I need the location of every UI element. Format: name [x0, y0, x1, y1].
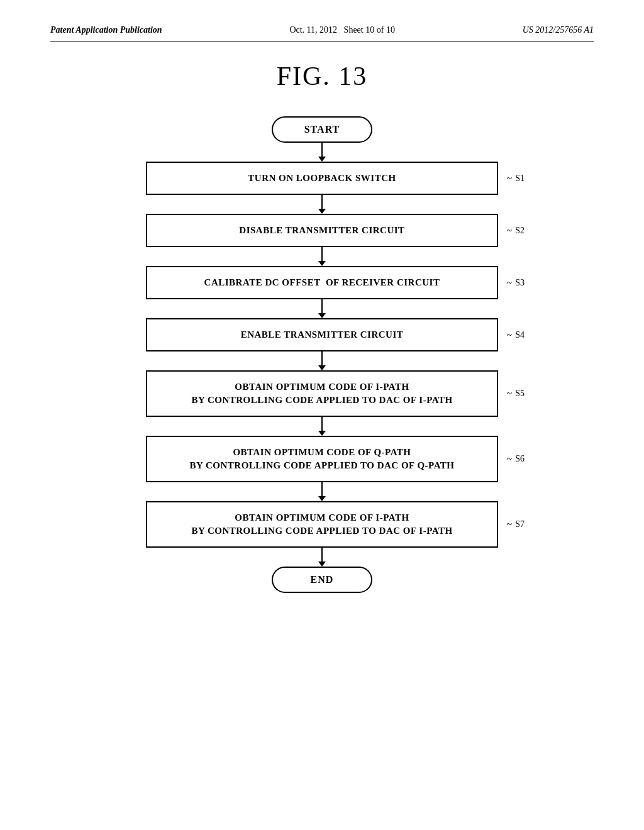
step-s1-box: TURN ON LOOPBACK SWITCH [146, 162, 498, 195]
step-s1-text: TURN ON LOOPBACK SWITCH [248, 173, 396, 183]
step-s6-label: ~ S6 [507, 453, 525, 465]
step-row-s3: CALIBRATE DC OFFSET OF RECEIVER CIRCUIT … [50, 266, 594, 299]
step-s6-box: OBTAIN OPTIMUM CODE OF Q-PATH BY CONTROL… [146, 436, 498, 482]
arrow-6 [318, 417, 326, 436]
arrow-5 [318, 351, 326, 370]
start-oval: START [272, 116, 373, 143]
tilde-s2: ~ [507, 225, 513, 236]
step-s4-box: ENABLE TRANSMITTER CIRCUIT [146, 318, 498, 351]
step-s2-text: DISABLE TRANSMITTER CIRCUIT [239, 225, 404, 235]
arrow-3 [318, 247, 326, 266]
step-s5-box: OBTAIN OPTIMUM CODE OF I-PATH BY CONTROL… [146, 370, 498, 417]
arrow-7 [318, 482, 326, 501]
step-s2-box: DISABLE TRANSMITTER CIRCUIT [146, 214, 498, 247]
arrow-2 [318, 195, 326, 214]
step-s3-label: ~ S3 [507, 277, 525, 289]
end-oval: END [272, 567, 372, 593]
step-s4-label-text: S4 [515, 330, 525, 340]
step-row-s4: ENABLE TRANSMITTER CIRCUIT ~ S4 [50, 318, 594, 351]
header-date-sheet: Oct. 11, 2012 Sheet 10 of 10 [289, 25, 394, 35]
step-s4-label: ~ S4 [507, 329, 525, 341]
header-date: Oct. 11, 2012 [289, 25, 343, 35]
step-s3-box: CALIBRATE DC OFFSET OF RECEIVER CIRCUIT [146, 266, 498, 299]
step-s7-box: OBTAIN OPTIMUM CODE OF I-PATH BY CONTROL… [146, 501, 498, 548]
tilde-s1: ~ [507, 173, 513, 184]
step-s2-label-text: S2 [515, 226, 525, 236]
step-s3-text: CALIBRATE DC OFFSET OF RECEIVER CIRCUIT [204, 277, 440, 287]
step-s5-label-text: S5 [515, 389, 525, 399]
step-s5-text1: OBTAIN OPTIMUM CODE OF I-PATH [160, 380, 484, 394]
arrow-8 [318, 548, 326, 567]
page-header: Patent Application Publication Oct. 11, … [50, 25, 594, 35]
figure-title: FIG. 13 [50, 61, 594, 91]
step-s1-label: ~ S1 [507, 173, 525, 184]
step-s7-label: ~ S7 [507, 519, 525, 530]
flowchart: START TURN ON LOOPBACK SWITCH ~ S1 DISAB… [50, 116, 594, 593]
step-row-s1: TURN ON LOOPBACK SWITCH ~ S1 [50, 162, 594, 195]
page: Patent Application Publication Oct. 11, … [0, 0, 644, 830]
step-s5-label: ~ S5 [507, 388, 525, 399]
header-patent-number: US 2012/257656 A1 [523, 25, 594, 35]
tilde-s3: ~ [507, 277, 513, 289]
step-row-s2: DISABLE TRANSMITTER CIRCUIT ~ S2 [50, 214, 594, 247]
step-s7-text2: BY CONTROLLING CODE APPLIED TO DAC OF I-… [160, 524, 484, 538]
header-sheet: Sheet 10 of 10 [344, 25, 395, 35]
tilde-s6: ~ [507, 453, 513, 465]
header-publication-label: Patent Application Publication [50, 25, 162, 35]
tilde-s7: ~ [507, 519, 513, 530]
tilde-s4: ~ [507, 329, 513, 341]
step-s1-label-text: S1 [515, 174, 525, 184]
arrow-4 [318, 299, 326, 318]
step-s4-text: ENABLE TRANSMITTER CIRCUIT [241, 329, 404, 340]
step-row-s6: OBTAIN OPTIMUM CODE OF Q-PATH BY CONTROL… [50, 436, 594, 482]
step-s6-text2: BY CONTROLLING CODE APPLIED TO DAC OF Q-… [160, 459, 484, 472]
step-s6-label-text: S6 [515, 454, 525, 464]
step-s2-label: ~ S2 [507, 225, 525, 236]
step-s7-text1: OBTAIN OPTIMUM CODE OF I-PATH [160, 511, 484, 524]
step-s5-text2: BY CONTROLLING CODE APPLIED TO DAC OF I-… [160, 394, 484, 407]
arrow-1 [318, 143, 326, 162]
step-row-s7: OBTAIN OPTIMUM CODE OF I-PATH BY CONTROL… [50, 501, 594, 548]
step-s7-label-text: S7 [515, 519, 525, 529]
step-s6-text1: OBTAIN OPTIMUM CODE OF Q-PATH [160, 446, 484, 459]
step-s3-label-text: S3 [515, 278, 525, 288]
step-row-s5: OBTAIN OPTIMUM CODE OF I-PATH BY CONTROL… [50, 370, 594, 417]
tilde-s5: ~ [507, 388, 513, 399]
header-divider [50, 42, 594, 42]
